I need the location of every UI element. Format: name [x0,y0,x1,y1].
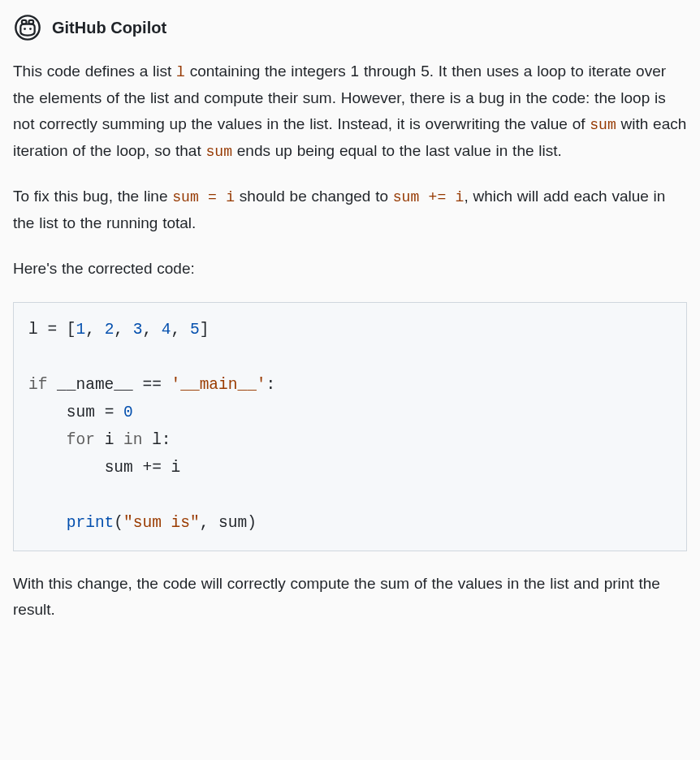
code-token [114,431,123,449]
code-token [123,321,133,339]
code-token: if [28,376,47,394]
code-token: = [47,321,57,339]
code-token: 3 [133,321,143,339]
code-token: += [142,459,161,477]
explanation-paragraph-2: To fix this bug, the line sum = i should… [13,184,687,236]
code-token: , [171,321,181,339]
code-token: [ [67,321,76,339]
code-token [114,404,123,421]
code-token [38,321,48,339]
code-token: l [152,431,162,449]
svg-point-3 [24,28,26,30]
code-token: , [85,321,95,339]
message-header: GitHub Copilot [13,13,687,42]
code-token [162,459,171,477]
code-token: sum [218,514,247,532]
code-token: ( [114,514,123,532]
code-block[interactable]: l = [1, 2, 3, 4, 5] if __name__ == '__ma… [13,302,687,551]
code-token: == [142,376,161,394]
code-token: ] [200,321,210,339]
code-token [95,404,105,421]
code-token [133,459,143,477]
code-token [28,404,67,421]
explanation-paragraph-1: This code defines a list l containing th… [13,58,687,164]
code-token [28,514,67,532]
code-token: : [266,376,276,394]
code-token [28,431,67,449]
code-token [95,431,105,449]
code-token: , [114,321,123,339]
code-token [142,431,152,449]
text-span: ends up being equal to the last value in… [232,142,562,159]
inline-code: l [176,64,185,80]
corrected-code-intro: Here's the corrected code: [13,256,687,282]
code-token: 1 [76,321,86,339]
code-token [209,514,218,532]
inline-code: sum [206,144,232,160]
code-token: i [171,459,181,477]
code-token: "sum is" [123,514,200,532]
text-span: To fix this bug, the line [13,188,172,205]
conclusion-paragraph: With this change, the code will correctl… [13,571,687,624]
text-span: This code defines a list [13,63,176,80]
code-token [162,376,171,394]
code-token [57,321,67,339]
code-token: i [105,431,115,449]
code-token: __name__ [57,376,133,394]
code-token: '__main__' [171,376,266,394]
inline-code: sum += i [393,189,465,205]
code-token: , [200,514,210,532]
code-token: = [105,404,115,421]
code-token [95,321,105,339]
inline-code: sum [590,117,616,133]
code-token: ) [247,514,257,532]
code-token: sum [105,459,133,477]
assistant-name: GitHub Copilot [52,14,166,41]
copilot-icon [13,13,42,42]
code-token: in [123,431,142,449]
code-token: 0 [123,404,133,421]
text-span: should be changed to [235,188,393,205]
code-token [47,376,57,394]
code-token: l [28,321,38,339]
code-token [28,459,105,477]
code-token: , [142,321,152,339]
code-token: sum [67,404,95,421]
code-token [180,321,190,339]
code-token [152,321,162,339]
svg-point-4 [29,28,32,30]
inline-code: sum = i [172,189,235,205]
code-token: 4 [162,321,171,339]
code-token: 5 [190,321,200,339]
code-token: for [67,431,95,449]
code-token [133,376,143,394]
code-token: 2 [105,321,115,339]
code-token: : [162,431,171,449]
code-token: print [67,514,115,532]
